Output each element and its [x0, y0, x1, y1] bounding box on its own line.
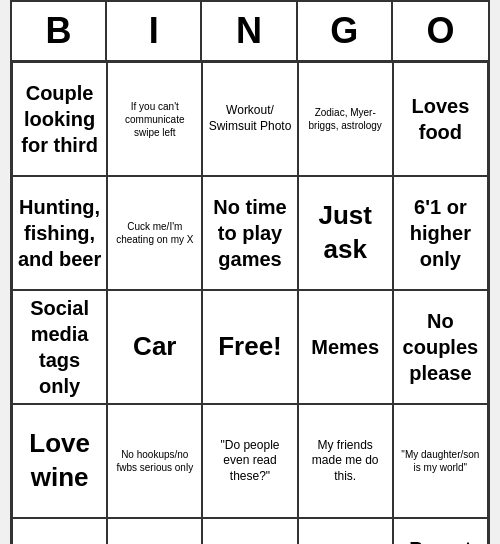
bingo-cell-0: Couple looking for third	[12, 62, 107, 176]
bingo-cell-22: "I have an attitude"	[202, 518, 297, 544]
bingo-cell-2: Workout/ Swimsuit Photo	[202, 62, 297, 176]
cell-text-5: Hunting, fishing, and beer	[17, 194, 102, 272]
bingo-cell-17: "Do people even read these?"	[202, 404, 297, 518]
bingo-cell-16: No hookups/no fwbs serious only	[107, 404, 202, 518]
bingo-cell-24: Parent of X furry	[393, 518, 488, 544]
cell-text-0: Couple looking for third	[17, 80, 102, 158]
cell-text-10: Social media tags only	[17, 295, 102, 399]
cell-text-16: No hookups/no fwbs serious only	[112, 448, 197, 474]
bingo-header: BINGO	[12, 2, 488, 62]
bingo-card: BINGO Couple looking for thirdIf you can…	[10, 0, 490, 544]
bingo-cell-8: Just ask	[298, 176, 393, 290]
cell-text-3: Zodiac, Myer-briggs, astrology	[303, 106, 388, 132]
bingo-cell-14: No couples please	[393, 290, 488, 404]
cell-text-15: Love wine	[17, 427, 102, 495]
cell-text-7: No time to play games	[207, 194, 292, 272]
cell-text-1: If you can't communicate swipe left	[112, 100, 197, 139]
bingo-cell-11: Car	[107, 290, 202, 404]
cell-text-8: Just ask	[303, 199, 388, 267]
cell-text-24: Parent of X furry	[398, 536, 483, 544]
cell-text-18: My friends made me do this.	[303, 438, 388, 485]
bingo-cell-19: "My daughter/son is my world"	[393, 404, 488, 518]
cell-text-6: Cuck me/I'm cheating on my X	[112, 220, 197, 246]
cell-text-14: No couples please	[398, 308, 483, 386]
bingo-cell-18: My friends made me do this.	[298, 404, 393, 518]
bingo-cell-15: Love wine	[12, 404, 107, 518]
bingo-cell-3: Zodiac, Myer-briggs, astrology	[298, 62, 393, 176]
bingo-cell-6: Cuck me/I'm cheating on my X	[107, 176, 202, 290]
bingo-cell-4: Loves food	[393, 62, 488, 176]
bingo-cell-21: Party	[107, 518, 202, 544]
cell-text-12: Free!	[218, 330, 282, 364]
cell-text-4: Loves food	[398, 93, 483, 145]
bingo-letter-b: B	[12, 2, 107, 60]
cell-text-17: "Do people even read these?"	[207, 438, 292, 485]
bingo-cell-7: No time to play games	[202, 176, 297, 290]
bingo-cell-12: Free!	[202, 290, 297, 404]
bingo-letter-o: O	[393, 2, 488, 60]
cell-text-2: Workout/ Swimsuit Photo	[207, 103, 292, 134]
cell-text-9: 6'1 or higher only	[398, 194, 483, 272]
bingo-cell-1: If you can't communicate swipe left	[107, 62, 202, 176]
bingo-cell-9: 6'1 or higher only	[393, 176, 488, 290]
bingo-letter-g: G	[298, 2, 393, 60]
bingo-letter-i: I	[107, 2, 202, 60]
bingo-cell-13: Memes	[298, 290, 393, 404]
bingo-cell-5: Hunting, fishing, and beer	[12, 176, 107, 290]
bingo-grid: Couple looking for thirdIf you can't com…	[12, 62, 488, 544]
bingo-cell-10: Social media tags only	[12, 290, 107, 404]
cell-text-13: Memes	[311, 334, 379, 360]
bingo-letter-n: N	[202, 2, 297, 60]
bingo-cell-23: 420 friendly	[298, 518, 393, 544]
cell-text-19: "My daughter/son is my world"	[398, 448, 483, 474]
cell-text-11: Car	[133, 330, 176, 364]
bingo-cell-20: Loves to travel	[12, 518, 107, 544]
